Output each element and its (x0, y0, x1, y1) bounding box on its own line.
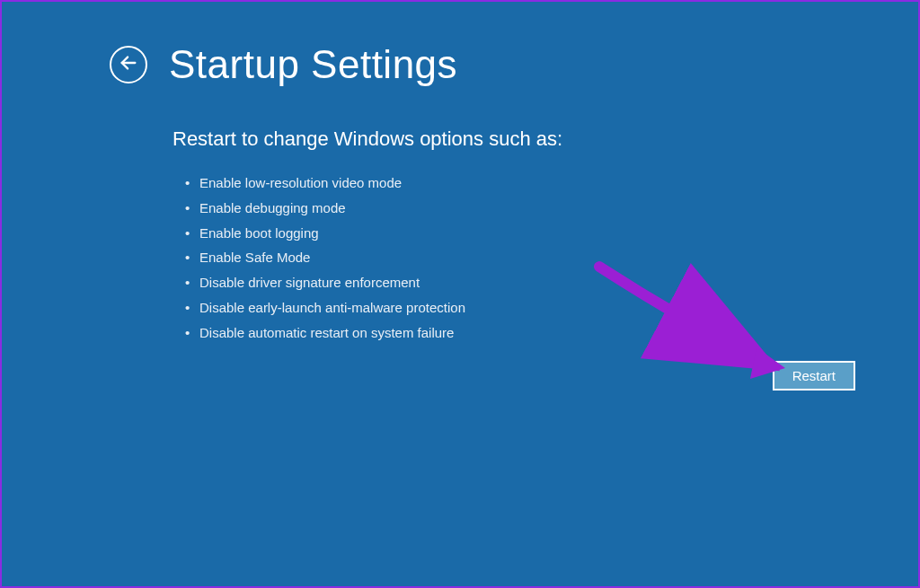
options-list: Enable low-resolution video mode Enable … (172, 171, 918, 345)
list-item: Disable early-launch anti-malware protec… (185, 295, 918, 320)
back-button[interactable] (110, 46, 147, 83)
list-item: Enable low-resolution video mode (185, 171, 918, 196)
back-arrow-icon (119, 53, 138, 76)
content-area: Restart to change Windows options such a… (2, 87, 918, 345)
list-item: Enable Safe Mode (185, 245, 918, 270)
subtitle: Restart to change Windows options such a… (172, 127, 918, 151)
header: Startup Settings (2, 2, 918, 87)
list-item: Enable debugging mode (185, 196, 918, 221)
page-title: Startup Settings (169, 42, 457, 87)
list-item: Disable automatic restart on system fail… (185, 320, 918, 346)
list-item: Enable boot logging (185, 221, 918, 246)
restart-button[interactable]: Restart (773, 361, 855, 391)
list-item: Disable driver signature enforcement (185, 270, 918, 295)
